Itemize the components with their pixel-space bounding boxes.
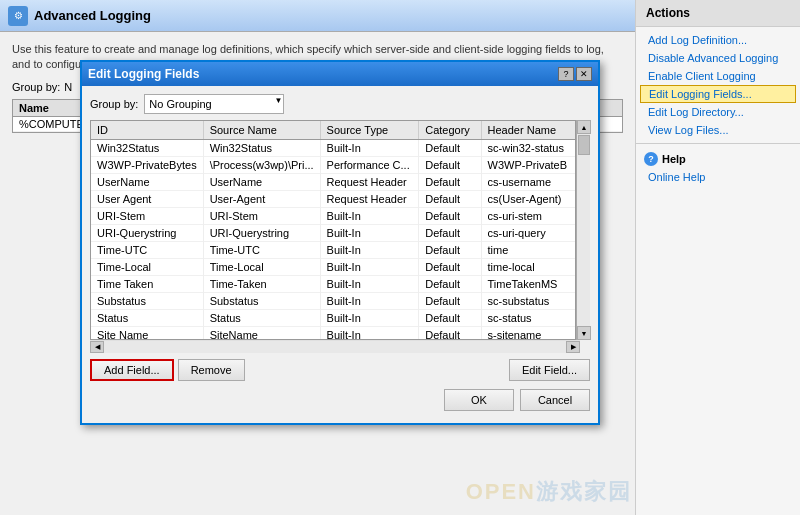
action-edit-logging-fields[interactable]: Edit Logging Fields... <box>640 85 796 103</box>
cell-7-3: Default <box>419 259 481 276</box>
cell-4-4: cs-uri-stem <box>481 208 575 225</box>
cell-1-2: Performance C... <box>320 157 419 174</box>
dialog-button-row-1: Add Field... Remove Edit Field... <box>90 353 590 385</box>
action-view-log-files[interactable]: View Log Files... <box>636 121 800 139</box>
help-title: Help <box>662 153 686 165</box>
cell-9-4: sc-substatus <box>481 293 575 310</box>
dialog-close-btn[interactable]: ✕ <box>576 67 592 81</box>
cell-3-2: Request Header <box>320 191 419 208</box>
cell-9-2: Built-In <box>320 293 419 310</box>
dialog-title: Edit Logging Fields <box>88 67 199 81</box>
main-group-by-value: N <box>64 81 72 93</box>
cell-11-2: Built-In <box>320 327 419 341</box>
col-source-name[interactable]: Source Name <box>203 121 320 140</box>
edit-logging-fields-dialog: Edit Logging Fields ? ✕ Group by: No Gro… <box>80 60 600 425</box>
action-enable-client-logging[interactable]: Enable Client Logging <box>636 67 800 85</box>
dialog-title-bar: Edit Logging Fields ? ✕ <box>82 62 598 86</box>
cell-5-2: Built-In <box>320 225 419 242</box>
cell-9-1: Substatus <box>203 293 320 310</box>
cell-6-0: Time-UTC <box>91 242 203 259</box>
v-scrollbar[interactable]: ▲ ▼ <box>576 120 590 340</box>
table-row[interactable]: W3WP-PrivateBytes\Process(w3wp)\Pri...Pe… <box>91 157 575 174</box>
cell-8-1: Time-Taken <box>203 276 320 293</box>
table-row[interactable]: UserNameUserNameRequest HeaderDefaultcs-… <box>91 174 575 191</box>
scroll-up-arrow[interactable]: ▲ <box>577 120 591 134</box>
col-id[interactable]: ID <box>91 121 203 140</box>
main-group-by-label: Group by: <box>12 81 60 93</box>
cell-11-0: Site Name <box>91 327 203 341</box>
action-add-log-definition[interactable]: Add Log Definition... <box>636 31 800 49</box>
cell-6-3: Default <box>419 242 481 259</box>
table-row[interactable]: URI-QuerystringURI-QuerystringBuilt-InDe… <box>91 225 575 242</box>
cell-9-0: Substatus <box>91 293 203 310</box>
cell-4-2: Built-In <box>320 208 419 225</box>
cell-11-3: Default <box>419 327 481 341</box>
cell-2-0: UserName <box>91 174 203 191</box>
scroll-right-arrow[interactable]: ▶ <box>566 341 580 353</box>
cell-3-3: Default <box>419 191 481 208</box>
cell-7-4: time-local <box>481 259 575 276</box>
table-row[interactable]: Time-LocalTime-LocalBuilt-InDefaulttime-… <box>91 259 575 276</box>
table-row[interactable]: Time-UTCTime-UTCBuilt-InDefaulttime <box>91 242 575 259</box>
edit-field-button[interactable]: Edit Field... <box>509 359 590 381</box>
ok-button[interactable]: OK <box>444 389 514 411</box>
cell-0-0: Win32Status <box>91 140 203 157</box>
cell-7-2: Built-In <box>320 259 419 276</box>
table-row[interactable]: StatusStatusBuilt-InDefaultsc-status <box>91 310 575 327</box>
dialog-table-container[interactable]: ID Source Name Source Type Category Head… <box>90 120 576 340</box>
cell-8-3: Default <box>419 276 481 293</box>
cell-3-0: User Agent <box>91 191 203 208</box>
cell-3-1: User-Agent <box>203 191 320 208</box>
app-icon: ⚙ <box>8 6 28 26</box>
cell-5-1: URI-Querystring <box>203 225 320 242</box>
cell-10-2: Built-In <box>320 310 419 327</box>
table-row[interactable]: Time TakenTime-TakenBuilt-InDefaultTimeT… <box>91 276 575 293</box>
cell-0-3: Default <box>419 140 481 157</box>
cell-4-1: URI-Stem <box>203 208 320 225</box>
cell-7-1: Time-Local <box>203 259 320 276</box>
h-scrollbar[interactable]: ◀ ▶ <box>90 339 580 353</box>
cell-9-3: Default <box>419 293 481 310</box>
main-title: Advanced Logging <box>34 8 151 23</box>
col-source-type[interactable]: Source Type <box>320 121 419 140</box>
dialog-help-btn[interactable]: ? <box>558 67 574 81</box>
col-category[interactable]: Category <box>419 121 481 140</box>
table-row[interactable]: User AgentUser-AgentRequest HeaderDefaul… <box>91 191 575 208</box>
cell-8-0: Time Taken <box>91 276 203 293</box>
action-disable-advanced-logging[interactable]: Disable Advanced Logging <box>636 49 800 67</box>
cell-8-2: Built-In <box>320 276 419 293</box>
cancel-button[interactable]: Cancel <box>520 389 590 411</box>
group-by-select-wrapper: No Grouping <box>144 94 284 114</box>
cell-10-1: Status <box>203 310 320 327</box>
cell-1-4: W3WP-PrivateB <box>481 157 575 174</box>
cell-2-4: cs-username <box>481 174 575 191</box>
add-field-button[interactable]: Add Field... <box>90 359 174 381</box>
cell-6-2: Built-In <box>320 242 419 259</box>
cell-2-1: UserName <box>203 174 320 191</box>
table-row[interactable]: SubstatusSubstatusBuilt-InDefaultsc-subs… <box>91 293 575 310</box>
group-by-select[interactable]: No Grouping <box>144 94 284 114</box>
cell-3-4: cs(User-Agent) <box>481 191 575 208</box>
action-online-help[interactable]: Online Help <box>636 168 800 186</box>
actions-title: Actions <box>636 0 800 27</box>
cell-11-1: SiteName <box>203 327 320 341</box>
table-row[interactable]: Win32StatusWin32StatusBuilt-InDefaultsc-… <box>91 140 575 157</box>
scroll-down-arrow[interactable]: ▼ <box>577 326 591 340</box>
col-header-name[interactable]: Header Name <box>481 121 575 140</box>
table-row[interactable]: Site NameSiteNameBuilt-InDefaults-sitena… <box>91 327 575 341</box>
cell-10-4: sc-status <box>481 310 575 327</box>
help-header[interactable]: ? Help <box>636 150 800 168</box>
dialog-table-head: ID Source Name Source Type Category Head… <box>91 121 575 140</box>
scroll-thumb[interactable] <box>578 135 590 155</box>
cell-1-0: W3WP-PrivateBytes <box>91 157 203 174</box>
table-row[interactable]: URI-StemURI-StemBuilt-InDefaultcs-uri-st… <box>91 208 575 225</box>
dialog-title-buttons: ? ✕ <box>558 67 592 81</box>
cell-10-3: Default <box>419 310 481 327</box>
remove-button[interactable]: Remove <box>178 359 245 381</box>
dialog-body: Group by: No Grouping ID Source Name Sou… <box>82 86 598 423</box>
dialog-group-by-label: Group by: <box>90 98 138 110</box>
cell-5-3: Default <box>419 225 481 242</box>
cell-0-1: Win32Status <box>203 140 320 157</box>
scroll-left-arrow[interactable]: ◀ <box>90 341 104 353</box>
action-edit-log-directory[interactable]: Edit Log Directory... <box>636 103 800 121</box>
